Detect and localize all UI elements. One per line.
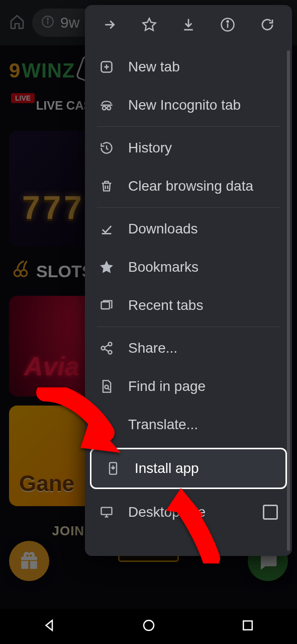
menu-scrollbar[interactable] — [287, 50, 290, 551]
svg-point-2 — [47, 18, 49, 20]
menu-item-label: Desktop site — [128, 504, 206, 520]
menu-top-toolbar — [85, 5, 292, 45]
desktop-site-checkbox[interactable] — [263, 505, 278, 520]
menu-item-label: New tab — [128, 59, 180, 75]
menu-find-in-page[interactable]: Find in page — [85, 367, 292, 406]
install-app-icon — [106, 461, 121, 476]
share-icon — [99, 341, 114, 356]
reload-icon[interactable] — [259, 16, 276, 33]
menu-translate[interactable]: Translate... — [85, 406, 292, 444]
svg-rect-11 — [102, 302, 110, 309]
forward-icon[interactable] — [101, 16, 118, 33]
site-info-icon[interactable] — [41, 15, 54, 30]
menu-separator — [97, 207, 280, 208]
system-nav-bar — [0, 609, 297, 644]
home-icon[interactable] — [9, 14, 25, 32]
history-icon — [99, 140, 114, 155]
svg-point-4 — [21, 270, 27, 277]
menu-item-label: New Incognito tab — [128, 97, 241, 113]
svg-point-7 — [227, 21, 229, 22]
bookmarks-star-icon — [99, 260, 114, 275]
menu-item-label: Translate... — [128, 417, 198, 433]
trash-icon — [99, 179, 114, 194]
find-in-page-icon — [99, 379, 114, 394]
menu-recent-tabs[interactable]: Recent tabs — [85, 286, 292, 325]
svg-point-9 — [103, 106, 106, 110]
svg-point-18 — [144, 620, 154, 630]
svg-rect-17 — [102, 508, 112, 515]
download-icon[interactable] — [180, 16, 197, 33]
svg-point-12 — [109, 342, 112, 346]
sysnav-home[interactable] — [141, 618, 156, 635]
menu-incognito[interactable]: New Incognito tab — [85, 86, 292, 124]
live-badge: LIVE — [11, 93, 35, 103]
sysnav-back[interactable] — [42, 618, 57, 635]
cherries-icon — [11, 260, 30, 283]
menu-desktop-site[interactable]: Desktop site — [85, 493, 292, 531]
star-icon[interactable] — [141, 16, 158, 33]
downloads-done-icon — [99, 221, 114, 236]
menu-item-label: Find in page — [128, 378, 206, 394]
menu-item-label: Clear browsing data — [128, 178, 253, 194]
aviator-title: Avia — [24, 351, 79, 381]
browser-overflow-menu: New tab New Incognito tab History Clear … — [85, 5, 292, 556]
menu-new-tab[interactable]: New tab — [85, 48, 292, 86]
new-tab-icon — [99, 59, 114, 74]
menu-item-label: Bookmarks — [128, 259, 199, 275]
desktop-icon — [99, 505, 114, 520]
menu-clear-data[interactable]: Clear browsing data — [85, 167, 292, 205]
recent-tabs-icon — [99, 298, 114, 313]
gane-title: Gane — [19, 471, 74, 496]
logo-nine: 9 — [9, 59, 21, 82]
incognito-icon — [99, 98, 114, 113]
info-icon[interactable] — [219, 16, 236, 33]
menu-separator — [97, 126, 280, 127]
menu-install-app[interactable]: Install app — [90, 448, 287, 489]
svg-point-3 — [14, 270, 21, 277]
menu-item-label: Downloads — [128, 221, 198, 237]
translate-icon — [99, 417, 114, 432]
menu-bookmarks[interactable]: Bookmarks — [85, 248, 292, 286]
menu-item-label: History — [128, 140, 172, 156]
menu-item-label: Install app — [135, 460, 199, 476]
menu-downloads[interactable]: Downloads — [85, 210, 292, 248]
svg-rect-19 — [243, 621, 252, 630]
url-text: 9w — [60, 14, 79, 31]
svg-point-10 — [107, 106, 111, 110]
menu-item-label: Share... — [128, 340, 177, 356]
svg-point-14 — [109, 351, 112, 354]
logo-winz: WINZ — [22, 59, 75, 82]
menu-separator — [97, 327, 280, 327]
menu-item-label: Recent tabs — [128, 297, 203, 313]
menu-body: New tab New Incognito tab History Clear … — [85, 45, 292, 531]
svg-point-13 — [102, 347, 105, 350]
gift-fab[interactable] — [9, 541, 49, 581]
menu-share[interactable]: Share... — [85, 329, 292, 367]
menu-history[interactable]: History — [85, 129, 292, 167]
sysnav-recents[interactable] — [240, 618, 255, 635]
